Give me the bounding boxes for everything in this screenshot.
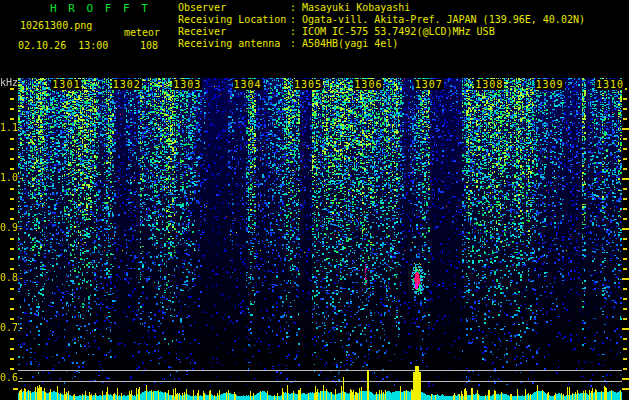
info-separator: : (290, 38, 302, 50)
x-time-label: 1308 (474, 79, 504, 90)
y-minor-tick (10, 118, 14, 120)
info-separator: : (290, 26, 302, 38)
x-time-label: 1310 (595, 79, 625, 90)
info-value: Masayuki Kobayashi (302, 2, 410, 14)
y-minor-tick-right (623, 338, 627, 340)
x-time-label: 1307 (414, 79, 444, 90)
info-label: Receiver (178, 26, 290, 38)
y-minor-tick (10, 358, 14, 360)
y-minor-tick (10, 258, 14, 260)
y-minor-tick-right (623, 318, 627, 320)
x-time-label: 1302 (112, 79, 142, 90)
y-minor-tick-right (623, 268, 627, 270)
y-minor-tick-right (623, 238, 627, 240)
info-value: A504HB(yagi 4el) (302, 38, 398, 50)
y-minor-tick (10, 268, 14, 270)
meter-tick-left (13, 388, 18, 390)
y-minor-tick-right (623, 188, 627, 190)
y-minor-tick-right (623, 158, 627, 160)
y-major-tick-right (622, 178, 629, 180)
y-minor-tick-right (623, 108, 627, 110)
y-minor-tick-right (623, 288, 627, 290)
y-minor-tick-right (623, 298, 627, 300)
y-minor-tick (10, 248, 14, 250)
y-tick-label: 1.0- (0, 172, 18, 183)
y-minor-tick (10, 238, 14, 240)
info-row: Receiving Location:Ogata-vill. Akita-Pre… (178, 14, 585, 26)
y-minor-tick (10, 148, 14, 150)
x-time-label: 1301 (51, 79, 81, 90)
y-minor-tick-right (623, 368, 627, 370)
y-minor-tick (10, 158, 14, 160)
info-value: Ogata-vill. Akita-Pref. JAPAN (139.96E, … (302, 14, 585, 26)
app-title: H R O F F T (50, 3, 150, 15)
x-time-label: 1304 (233, 79, 263, 90)
y-tick-label: 0.8- (0, 272, 18, 283)
y-tick-label: 0.6- (0, 372, 18, 383)
y-minor-tick (10, 188, 14, 190)
y-axis-unit: kHz (0, 77, 18, 88)
x-time-label: 1309 (535, 79, 565, 90)
y-minor-tick-right (623, 98, 627, 100)
y-minor-tick (10, 298, 14, 300)
spectrogram-canvas (18, 78, 622, 400)
info-row: Receiver:ICOM IC-575 53.7492(@LCD)MHz US… (178, 26, 585, 38)
y-minor-tick (10, 88, 14, 90)
y-minor-tick-right (623, 168, 627, 170)
hrofft-output: H R O F F T 10261300.png meteor 02.10.26… (0, 0, 629, 400)
y-minor-tick (10, 138, 14, 140)
info-row: Observer:Masayuki Kobayashi (178, 2, 585, 14)
x-time-label: 1303 (172, 79, 202, 90)
x-time-label: 1306 (353, 79, 383, 90)
y-major-tick-right (622, 278, 629, 280)
info-label: Receiving antenna (178, 38, 290, 50)
y-minor-tick (10, 338, 14, 340)
y-minor-tick (10, 318, 14, 320)
y-minor-tick-right (623, 348, 627, 350)
y-minor-tick (10, 198, 14, 200)
y-minor-tick-right (623, 118, 627, 120)
y-minor-tick (10, 108, 14, 110)
y-minor-tick-right (623, 258, 627, 260)
y-minor-tick-right (623, 148, 627, 150)
meter-tick-right (622, 388, 629, 390)
y-minor-tick (10, 308, 14, 310)
y-minor-tick (10, 218, 14, 220)
y-major-tick-right (622, 228, 629, 230)
y-minor-tick-right (623, 308, 627, 310)
info-separator: : (290, 14, 302, 26)
date-time: 02.10.26 13:00 (18, 40, 108, 51)
y-minor-tick (10, 348, 14, 350)
info-row: Receiving antenna:A504HB(yagi 4el) (178, 38, 585, 50)
info-label: Observer (178, 2, 290, 14)
x-time-label: 1305 (293, 79, 323, 90)
y-major-tick-right (622, 128, 629, 130)
info-separator: : (290, 2, 302, 14)
y-minor-tick (10, 208, 14, 210)
echo-count: 108 (140, 40, 158, 51)
y-major-tick-right (622, 378, 629, 380)
output-filename: 10261300.png (20, 20, 92, 31)
y-minor-tick (10, 368, 14, 370)
y-minor-tick-right (623, 248, 627, 250)
y-minor-tick-right (623, 358, 627, 360)
y-minor-tick-right (623, 218, 627, 220)
station-info: Observer:Masayuki KobayashiReceiving Loc… (178, 2, 585, 50)
y-minor-tick-right (623, 138, 627, 140)
y-tick-label: 0.7- (0, 322, 18, 333)
y-tick-label: 0.9- (0, 222, 18, 233)
y-minor-tick (10, 288, 14, 290)
y-minor-tick-right (623, 198, 627, 200)
y-minor-tick (10, 168, 14, 170)
y-major-tick-right (622, 328, 629, 330)
info-value: ICOM IC-575 53.7492(@LCD)MHz USB (302, 26, 495, 38)
mode-label: meteor (124, 27, 160, 38)
y-tick-label: 1.1- (0, 122, 18, 133)
y-minor-tick-right (623, 208, 627, 210)
info-label: Receiving Location (178, 14, 290, 26)
y-minor-tick (10, 98, 14, 100)
